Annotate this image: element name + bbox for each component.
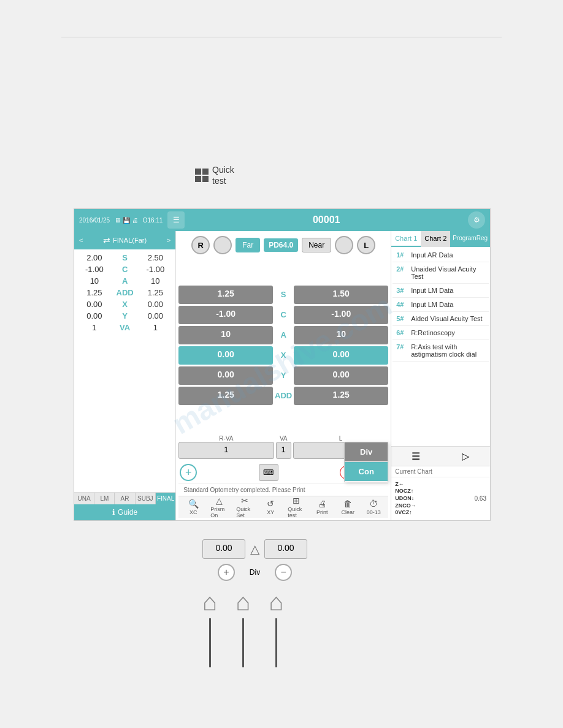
- toolbar: 🔍 XC △ Prism On ✂ Quick Set ↺ XY: [178, 496, 388, 518]
- va-center-input[interactable]: 1: [276, 442, 291, 459]
- clear-button[interactable]: 🗑 Clear: [335, 498, 360, 517]
- program-item-7[interactable]: 7# R:Axis test with astigmatism clock di…: [393, 340, 489, 362]
- tab-row: UNA LM AR SUBJ FINAL: [74, 492, 175, 504]
- timer-button[interactable]: ⏱ 00-13: [361, 498, 386, 517]
- tab-subj[interactable]: SUBJ: [136, 493, 156, 504]
- keyboard-icon: ⌨: [263, 468, 274, 477]
- page-container: Quick test 2016/01/25 🖥 💾 🖨 O16:11 ☰ 000…: [0, 0, 563, 728]
- keyboard-button[interactable]: ⌨: [259, 464, 278, 481]
- house-item-3: ⌂: [269, 588, 283, 667]
- table-row: 10 A 10: [77, 275, 173, 287]
- chart2-tab[interactable]: Chart 2: [421, 231, 450, 247]
- current-chart-label: Current Chart: [391, 466, 490, 477]
- house-icon-2: ⌂: [236, 588, 250, 616]
- quick-test-button[interactable]: ⊞ Quick test: [284, 495, 308, 520]
- input-section: 1.25 -1.00 10 0.00 0.00 1.25 S C A X Y A…: [178, 257, 388, 433]
- prism-triangle-icon: △: [250, 542, 259, 556]
- play-button[interactable]: ▷: [441, 447, 490, 466]
- table-row: -1.00 C -1.00: [77, 264, 173, 275]
- table-row: 0.00 X 0.00: [77, 298, 173, 310]
- div-button[interactable]: Div: [345, 442, 388, 461]
- prism-add-button[interactable]: +: [218, 564, 235, 581]
- menu-button[interactable]: ☰: [167, 211, 185, 229]
- a-left-field[interactable]: 10: [178, 326, 273, 344]
- y-left-field[interactable]: 0.00: [178, 366, 273, 385]
- a-right-field[interactable]: 10: [294, 326, 388, 344]
- add-button[interactable]: +: [180, 464, 197, 481]
- near-button[interactable]: Near: [302, 238, 331, 252]
- prism-left-input[interactable]: 0.00: [202, 539, 245, 559]
- chart-tabs: Chart 1 Chart 2 ProgramReg: [391, 231, 490, 247]
- clear-icon: 🗑: [343, 499, 352, 509]
- quick-set-button[interactable]: ✂ Quick Set: [232, 495, 257, 520]
- panel-nav: < ⇄ FINAL(Far) >: [74, 231, 175, 249]
- right-actions: ☰ ▷: [391, 447, 490, 466]
- table-row: 2.00 S 2.50: [77, 252, 173, 264]
- right-bottom: ☰ ▷ Current Chart Z← NOCZ↑ UDON↓ ZNCO→ 0…: [391, 446, 490, 520]
- xc-button[interactable]: 🔍 XC: [181, 498, 205, 517]
- program-item-4[interactable]: 4# Input LM Data: [393, 298, 489, 312]
- middle-panel: R Far PD64.0 Near L 1.25 -1.00 10 0.00: [176, 231, 391, 520]
- prism-section: 0.00 △ 0.00 + Div −: [202, 539, 307, 581]
- r-va-label: R-VA: [178, 435, 274, 442]
- panel-next-btn[interactable]: >: [167, 237, 170, 244]
- house-line-2: [242, 618, 244, 667]
- program-item-2[interactable]: 2# Unaided Visual Acuity Test: [393, 262, 489, 284]
- x-left-field[interactable]: 0.00: [178, 346, 273, 365]
- left-panel: < ⇄ FINAL(Far) > 2.00 S 2.50 -1.00: [74, 231, 176, 520]
- va-center-label: VA: [276, 435, 291, 442]
- y-right-field[interactable]: 0.00: [294, 366, 388, 385]
- chart-visual: Z← NOCZ↑ UDON↓ ZNCO→ 0VCZ↑ 0.63: [391, 477, 490, 520]
- s-label: S: [281, 286, 286, 304]
- c-left-field[interactable]: -1.00: [178, 306, 273, 324]
- left-inputs: 1.25 -1.00 10 0.00 0.00 1.25: [178, 286, 273, 405]
- tab-lm[interactable]: LM: [94, 493, 115, 504]
- s-right-field[interactable]: 1.50: [294, 286, 388, 304]
- panel-prev-btn[interactable]: <: [79, 237, 83, 244]
- program-item-3[interactable]: 3# Input LM Data: [393, 284, 489, 298]
- l-eye-button[interactable]: L: [357, 236, 375, 254]
- data-table: 2.00 S 2.50 -1.00 C -1.00 10 A 10: [74, 249, 175, 492]
- list-button[interactable]: ☰: [391, 447, 440, 466]
- tab-una[interactable]: UNA: [74, 493, 94, 504]
- header-date: 2016/01/25: [79, 217, 110, 224]
- print-button[interactable]: 🖨 Print: [310, 498, 334, 517]
- house-line-1: [209, 618, 211, 667]
- house-icon-3: ⌂: [269, 588, 283, 616]
- r-eye-button[interactable]: R: [191, 236, 210, 254]
- add-left-field[interactable]: 1.25: [178, 387, 273, 405]
- program-tab[interactable]: ProgramReg: [450, 231, 490, 247]
- house-line-3: [275, 618, 277, 667]
- settings-button[interactable]: ⚙: [468, 211, 485, 229]
- prism-subtract-button[interactable]: −: [275, 564, 292, 581]
- c-right-field[interactable]: -1.00: [294, 306, 388, 324]
- far-button[interactable]: Far: [236, 238, 260, 252]
- patient-id: 00001: [190, 214, 463, 226]
- house-item-1: ⌂: [202, 588, 217, 667]
- tab-ar[interactable]: AR: [115, 493, 135, 504]
- pd-display: PD64.0: [264, 238, 298, 252]
- program-item-5[interactable]: 5# Aided Visual Acuity Test: [393, 312, 489, 326]
- tab-final[interactable]: FINAL: [156, 493, 175, 504]
- xy-button[interactable]: ↺ XY: [258, 498, 283, 517]
- add-label: ADD: [275, 387, 292, 405]
- prism-right-input[interactable]: 0.00: [264, 539, 307, 559]
- chart1-tab[interactable]: Chart 1: [391, 231, 421, 247]
- s-left-field[interactable]: 1.25: [178, 286, 273, 304]
- prism-icon: △: [216, 496, 223, 506]
- quick-test-icon: [195, 169, 209, 182]
- c-label: C: [280, 306, 286, 324]
- x-right-field[interactable]: 0.00: [294, 346, 388, 365]
- quick-test-header: Quick test: [195, 164, 234, 186]
- prism-controls: + Div −: [218, 564, 292, 581]
- r-va-input[interactable]: 1: [178, 442, 274, 459]
- guide-button[interactable]: ℹ Guide: [74, 504, 175, 520]
- con-button[interactable]: Con: [345, 462, 388, 481]
- prism-on-button[interactable]: △ Prism On: [207, 495, 231, 520]
- program-item-6[interactable]: 6# R:Retinoscopy: [393, 326, 489, 340]
- eye-selector: R Far PD64.0 Near L: [178, 233, 388, 257]
- program-list: 1# Input AR Data 2# Unaided Visual Acuit…: [391, 247, 490, 446]
- add-right-field[interactable]: 1.25: [294, 387, 388, 405]
- program-item-1[interactable]: 1# Input AR Data: [393, 248, 489, 262]
- chart-scale: 0.63: [475, 495, 486, 502]
